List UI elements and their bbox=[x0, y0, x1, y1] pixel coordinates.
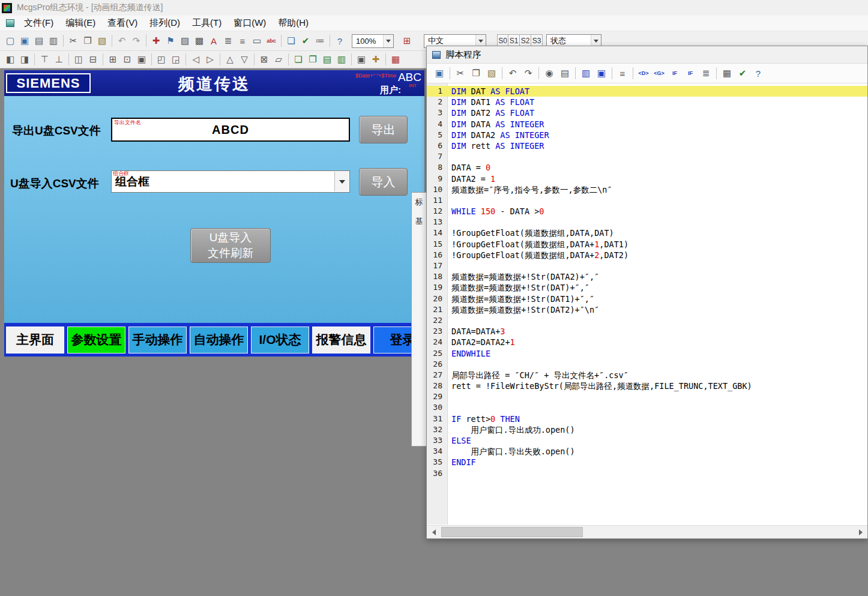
code-line-7[interactable]: 7 bbox=[427, 151, 867, 162]
code-line-9[interactable]: 9DATA2 = 1 bbox=[427, 173, 867, 184]
goto-line-icon[interactable]: ▤ bbox=[557, 66, 573, 81]
code-line-16[interactable]: 16!GroupGetFloat(频道数据组,DATA+2,DAT2) bbox=[427, 250, 867, 260]
menu-item-排列(D)[interactable]: 排列(D) bbox=[143, 16, 186, 31]
export-script-icon[interactable]: ▣ bbox=[594, 66, 609, 81]
rotate-right-icon[interactable]: ▷ bbox=[203, 52, 217, 67]
code-line-10[interactable]: 10频道数据=″序号,指令号,参数一,参数二\n″ bbox=[427, 184, 867, 195]
center-vertical-icon[interactable]: ⊟ bbox=[86, 52, 100, 67]
print-preview-icon[interactable]: ▥ bbox=[46, 34, 61, 48]
code-line-23[interactable]: 23DATA=DATA+3 bbox=[427, 326, 867, 337]
menu-item-编辑(E)[interactable]: 编辑(E) bbox=[59, 16, 101, 31]
comment-icon[interactable]: ▦ bbox=[719, 66, 735, 81]
menu-item-窗口(W)[interactable]: 窗口(W) bbox=[228, 16, 272, 31]
code-line-4[interactable]: 4DIM DATA AS INTEGER bbox=[427, 119, 867, 130]
toolbox-tab-2[interactable]: 基 bbox=[412, 212, 426, 231]
indent-icon[interactable]: ≣ bbox=[698, 66, 714, 81]
flip-horizontal-icon[interactable]: △ bbox=[223, 52, 237, 67]
code-line-1[interactable]: 1DIM DAT AS FLOAT bbox=[427, 86, 867, 97]
app-titlebar[interactable]: McgsPro组态环境 - [动画组态频道传送] bbox=[0, 0, 868, 16]
spellcheck-icon[interactable]: abc bbox=[264, 34, 279, 48]
ungroup-icon[interactable]: ❐ bbox=[306, 52, 320, 67]
new-screen-icon[interactable]: ▢ bbox=[3, 34, 17, 48]
code-line-30[interactable]: 30 bbox=[427, 402, 867, 413]
text-align-icon[interactable]: ≣ bbox=[221, 34, 235, 48]
paste-icon[interactable]: ▧ bbox=[95, 34, 109, 48]
font-icon[interactable]: A bbox=[206, 34, 221, 48]
combine-icon[interactable]: ▤ bbox=[320, 52, 334, 67]
send-back-icon[interactable]: ◲ bbox=[169, 52, 183, 67]
code-line-28[interactable]: 28rett = !FileWriteByStr(局部导出路径,频道数据,FIL… bbox=[427, 381, 867, 391]
code-line-27[interactable]: 27局部导出路径 = ″CH/″ + 导出文件名+″.csv″ bbox=[427, 370, 867, 381]
save-icon[interactable]: ▣ bbox=[17, 34, 32, 48]
same-size-icon[interactable]: ▣ bbox=[134, 52, 149, 67]
align-top-icon[interactable]: ⊤ bbox=[37, 52, 52, 67]
code-line-20[interactable]: 20频道数据=频道数据+!Str(DAT1)+″,″ bbox=[427, 293, 867, 304]
undo-icon[interactable]: ↶ bbox=[115, 34, 129, 48]
code-line-17[interactable]: 17 bbox=[427, 260, 867, 271]
import-script-icon[interactable]: ▥ bbox=[578, 66, 594, 81]
flag-icon[interactable]: ⚑ bbox=[163, 34, 178, 48]
code-line-18[interactable]: 18频道数据=频道数据+!Str(DATA2)+″,″ bbox=[427, 271, 867, 282]
code-line-22[interactable]: 22 bbox=[427, 315, 867, 326]
usb-refresh-button[interactable]: U盘导入 文件刷新 bbox=[190, 228, 271, 263]
flip-vertical-icon[interactable]: ▽ bbox=[237, 52, 252, 67]
code-line-24[interactable]: 24DATA2=DATA2+1 bbox=[427, 337, 867, 348]
code-line-29[interactable]: 29 bbox=[427, 391, 867, 402]
window-properties-icon[interactable]: ▩ bbox=[192, 34, 206, 48]
insert-if-then-icon[interactable]: IF bbox=[667, 66, 683, 81]
decompose-icon[interactable]: ▥ bbox=[334, 52, 349, 67]
code-line-34[interactable]: 34 用户窗口.导出失败.open() bbox=[427, 446, 867, 457]
find-icon[interactable]: ◉ bbox=[541, 66, 557, 81]
ruler-icon[interactable]: ▭ bbox=[250, 34, 264, 48]
script-titlebar[interactable]: 脚本程序 bbox=[427, 46, 867, 64]
save-script-icon[interactable]: ▣ bbox=[432, 66, 447, 81]
code-line-21[interactable]: 21频道数据=频道数据+!Str(DAT2)+″\n″ bbox=[427, 304, 867, 315]
code-line-26[interactable]: 26 bbox=[427, 359, 867, 370]
import-combobox[interactable]: 组合框 组合框 bbox=[111, 170, 350, 193]
center-horizontal-icon[interactable]: ◫ bbox=[71, 52, 86, 67]
code-line-6[interactable]: 6DIM rett AS INTEGER bbox=[427, 140, 867, 151]
code-line-2[interactable]: 2DIM DAT1 AS FLOAT bbox=[427, 97, 867, 107]
snap-grid-icon[interactable]: ⊠ bbox=[257, 52, 271, 67]
insert-if-else-icon[interactable]: IF bbox=[683, 66, 698, 81]
toolbox-tab-1[interactable]: 标 bbox=[412, 193, 426, 212]
new-window-icon[interactable]: ▨ bbox=[178, 34, 192, 48]
code-line-8[interactable]: 8DATA = 0 bbox=[427, 162, 867, 173]
import-button[interactable]: 导入 bbox=[359, 168, 408, 196]
code-line-13[interactable]: 13 bbox=[427, 217, 867, 227]
nav-button-主界面[interactable]: 主界面 bbox=[6, 327, 64, 354]
export-filename-input[interactable]: 导出文件名 ABCD bbox=[111, 118, 350, 142]
menu-item-工具(T)[interactable]: 工具(T) bbox=[186, 16, 228, 31]
code-line-19[interactable]: 19频道数据=频道数据+!Str(DAT)+″,″ bbox=[427, 282, 867, 293]
confirm-icon[interactable]: ✔ bbox=[298, 34, 313, 48]
tools-icon[interactable]: ✚ bbox=[149, 34, 163, 48]
nav-button-I/O状态[interactable]: I/O状态 bbox=[251, 327, 309, 354]
redo-icon[interactable]: ↷ bbox=[520, 66, 536, 81]
copy-icon[interactable]: ❐ bbox=[80, 34, 95, 48]
undo-icon[interactable]: ↶ bbox=[505, 66, 520, 81]
hmi-canvas-window[interactable]: SIEMENS 频道传送 $Date+″ ″+$Time ABC 用户: INT… bbox=[4, 70, 424, 357]
insert-variable-icon[interactable]: <G> bbox=[651, 66, 667, 81]
same-width-icon[interactable]: ⊞ bbox=[106, 52, 120, 67]
code-line-32[interactable]: 32 用户窗口.导出成功.open() bbox=[427, 424, 867, 435]
same-height-icon[interactable]: ⊡ bbox=[120, 52, 134, 67]
code-line-3[interactable]: 3DIM DAT2 AS FLOAT bbox=[427, 107, 867, 118]
code-line-5[interactable]: 5DIM DATA2 AS INTEGER bbox=[427, 130, 867, 140]
scroll-left-arrow[interactable] bbox=[427, 526, 440, 538]
nav-button-手动操作[interactable]: 手动操作 bbox=[128, 327, 187, 354]
align-left-icon[interactable]: ◧ bbox=[3, 52, 17, 67]
help-icon[interactable]: ? bbox=[333, 34, 347, 48]
function-list-icon[interactable]: ≡ bbox=[615, 66, 630, 81]
cut-icon[interactable]: ✂ bbox=[66, 34, 80, 48]
copy-icon[interactable]: ❐ bbox=[468, 66, 484, 81]
paste-icon[interactable]: ▧ bbox=[484, 66, 499, 81]
lock-icon[interactable]: ▣ bbox=[354, 52, 369, 67]
code-line-25[interactable]: 25ENDWHILE bbox=[427, 348, 867, 359]
snap-guide-icon[interactable]: ▱ bbox=[271, 52, 286, 67]
fill-color-icon[interactable]: ✚ bbox=[369, 52, 383, 67]
rotate-left-icon[interactable]: ◁ bbox=[188, 52, 203, 67]
code-line-36[interactable]: 36 bbox=[427, 468, 867, 479]
menu-item-查看(V)[interactable]: 查看(V) bbox=[101, 16, 143, 31]
data-list-icon[interactable]: ≔ bbox=[313, 34, 327, 48]
syntax-check-icon[interactable]: ✔ bbox=[735, 66, 750, 81]
